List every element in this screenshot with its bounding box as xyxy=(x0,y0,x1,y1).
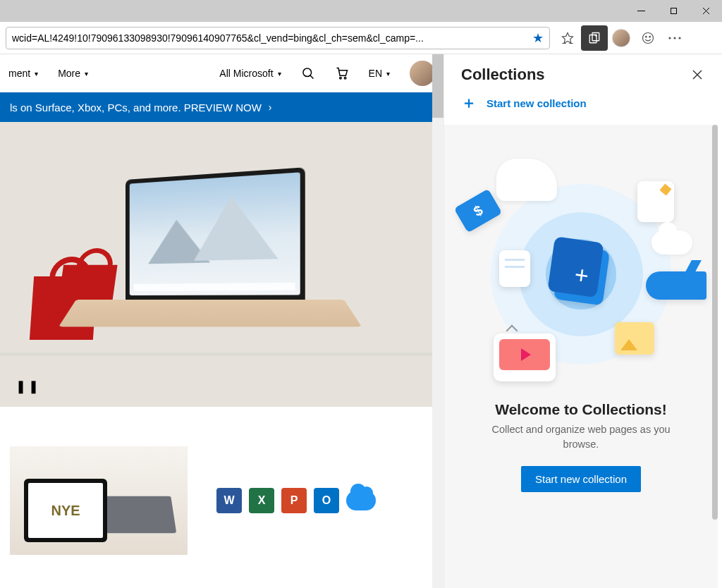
price-tag-icon xyxy=(454,189,502,233)
minimize-button[interactable] xyxy=(625,0,657,22)
panel-scrollbar[interactable] xyxy=(712,125,718,588)
close-button[interactable] xyxy=(690,0,722,22)
airplane-icon xyxy=(646,271,706,300)
favorites-list-icon[interactable] xyxy=(554,25,581,51)
page-scrollbar[interactable] xyxy=(432,54,443,588)
collections-panel: Collections ＋ Start new collection + xyxy=(444,54,722,588)
address-bar[interactable]: wcid=AL!4249!10!79096133098930!790961409… xyxy=(6,27,550,49)
browser-toolbar: wcid=AL!4249!10!79096133098930!790961409… xyxy=(0,22,722,54)
laptop-image xyxy=(76,180,344,377)
chevron-right-icon: › xyxy=(269,102,272,113)
webpage-content: ment▾ More▾ All Microsoft▾ EN▾ ls on Sur… xyxy=(0,54,444,588)
svg-point-11 xyxy=(643,32,654,43)
close-panel-button[interactable] xyxy=(690,67,705,82)
nav-item-more[interactable]: More▾ xyxy=(58,68,88,79)
collections-empty-state: + Welcome to Collections! Collect and or… xyxy=(444,125,718,588)
address-bar-text: wcid=AL!4249!10!79096133098930!790961409… xyxy=(12,32,528,44)
svg-line-18 xyxy=(310,75,314,79)
excel-icon: X xyxy=(249,488,274,513)
svg-point-15 xyxy=(673,37,675,39)
document-icon xyxy=(499,250,530,287)
tablet-image: NYE xyxy=(24,479,107,542)
promo-text: ls on Surface, Xbox, PCs, and more. PREV… xyxy=(10,102,262,114)
svg-rect-1 xyxy=(671,8,676,14)
powerpoint-icon: P xyxy=(281,488,307,513)
chevron-down-icon: ▾ xyxy=(85,70,88,78)
welcome-description: Collect and organize web pages as you br… xyxy=(489,422,673,452)
collections-title: Collections xyxy=(461,66,545,84)
collections-illustration: + xyxy=(461,153,701,386)
product-tiles: NYE W X P O xyxy=(0,407,443,555)
start-new-collection-link[interactable]: ＋ Start new collection xyxy=(444,88,722,125)
carousel-pause-button[interactable]: ❚❚ xyxy=(16,379,41,394)
nav-item-truncated[interactable]: ment▾ xyxy=(8,68,38,79)
outlook-icon: O xyxy=(314,488,339,513)
favorite-star-icon[interactable]: ★ xyxy=(532,30,544,46)
toolbar-actions xyxy=(554,25,688,51)
svg-point-14 xyxy=(668,37,671,39)
collections-icon[interactable] xyxy=(581,25,608,51)
svg-marker-4 xyxy=(563,32,573,42)
shoe-icon xyxy=(496,159,557,201)
svg-point-17 xyxy=(302,68,311,77)
maximize-button[interactable] xyxy=(657,0,690,22)
hero-banner[interactable]: ❚❚ xyxy=(0,122,443,407)
video-tv-icon xyxy=(494,333,556,381)
chevron-down-icon: ▾ xyxy=(35,70,38,78)
note-pencil-icon xyxy=(637,181,674,222)
chevron-down-icon: ▾ xyxy=(278,70,281,78)
profile-avatar[interactable] xyxy=(608,25,635,51)
svg-point-19 xyxy=(339,77,341,79)
cloud-icon xyxy=(651,231,692,255)
feedback-smiley-icon[interactable] xyxy=(635,25,661,51)
search-icon[interactable] xyxy=(301,66,315,80)
tile-surface[interactable]: NYE xyxy=(10,446,188,555)
nav-item-all-microsoft[interactable]: All Microsoft▾ xyxy=(219,68,281,79)
nav-item-language[interactable]: EN▾ xyxy=(369,68,390,79)
onedrive-icon xyxy=(346,491,376,510)
svg-rect-7 xyxy=(589,35,596,42)
svg-point-12 xyxy=(646,36,647,37)
add-card-icon: + xyxy=(553,245,610,306)
svg-point-20 xyxy=(344,77,346,79)
account-avatar[interactable] xyxy=(410,61,435,86)
start-new-collection-button[interactable]: Start new collection xyxy=(521,466,641,492)
office-app-icons: W X P O xyxy=(216,488,376,513)
cart-icon[interactable] xyxy=(335,66,349,80)
plus-icon: ＋ xyxy=(461,95,477,111)
tile-microsoft-365[interactable]: W X P O xyxy=(207,446,385,555)
svg-point-13 xyxy=(649,36,651,37)
svg-point-16 xyxy=(678,37,680,39)
word-icon: W xyxy=(216,488,242,513)
site-nav: ment▾ More▾ All Microsoft▾ EN▾ xyxy=(0,54,443,92)
welcome-heading: Welcome to Collections! xyxy=(457,401,705,418)
svg-rect-8 xyxy=(592,32,599,40)
picture-icon xyxy=(615,322,654,355)
more-menu-icon[interactable] xyxy=(661,25,688,51)
window-titlebar xyxy=(0,0,722,22)
chevron-down-icon: ▾ xyxy=(386,70,390,78)
promo-banner[interactable]: ls on Surface, Xbox, PCs, and more. PREV… xyxy=(0,92,443,122)
